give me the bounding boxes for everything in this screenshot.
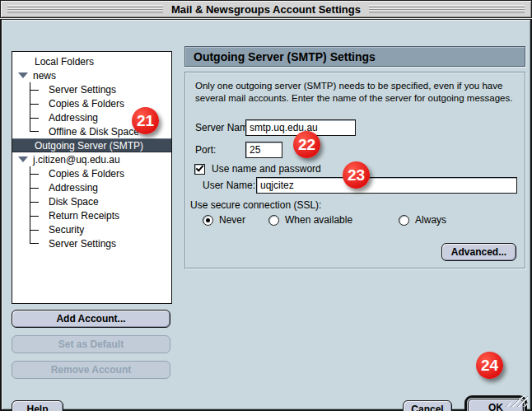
annotation-badge-22: 22 — [293, 131, 320, 158]
tree-connector — [30, 82, 39, 96]
tree-item-outgoing-server-smtp[interactable]: Outgoing Server (SMTP) — [12, 138, 171, 152]
tree-connector — [30, 166, 39, 180]
help-button[interactable]: Help — [12, 400, 63, 411]
annotation-badge-21: 21 — [132, 107, 159, 134]
use-name-password-label: Use name and password — [212, 161, 321, 177]
account-settings-dialog: Mail & Newsgroups Account Settings Local… — [0, 0, 532, 411]
add-account-button[interactable]: Add Account... — [12, 310, 170, 328]
disclosure-triangle-icon[interactable] — [18, 156, 28, 162]
tree-connector — [30, 110, 39, 124]
ssl-option-always[interactable]: Always — [399, 214, 446, 226]
radio-icon[interactable] — [399, 215, 409, 226]
tree-item-acct-security[interactable]: Security — [12, 222, 171, 236]
panel-heading: Outgoing Server (SMTP) Settings — [184, 46, 525, 67]
ssl-label: Use secure connection (SSL): — [190, 197, 321, 213]
tree-connector — [30, 124, 39, 132]
tree-connector — [30, 236, 39, 244]
tree-item-acct-server-settings[interactable]: Server Settings — [12, 236, 171, 250]
remove-account-button: Remove Account — [12, 361, 170, 379]
user-name-input[interactable] — [256, 177, 517, 194]
account-tree: Local Folders news Server Settings Copie… — [12, 51, 172, 304]
tree-item-news[interactable]: news — [12, 68, 171, 82]
panel-heading-text: Outgoing Server (SMTP) Settings — [194, 50, 376, 63]
ssl-option-never[interactable]: Never — [203, 214, 245, 226]
tree-connector — [30, 222, 39, 236]
tree-connector — [30, 180, 39, 194]
tree-item-acct-disk-space[interactable]: Disk Space — [12, 194, 171, 208]
checkmark-icon — [196, 163, 204, 171]
user-name-label: User Name: — [203, 177, 255, 194]
window-titlebar[interactable]: Mail & Newsgroups Account Settings — [0, 0, 532, 18]
tree-item-acct-copies-folders[interactable]: Copies & Folders — [12, 166, 171, 180]
tree-connector — [30, 208, 39, 222]
tree-connector — [30, 96, 39, 110]
port-input[interactable] — [245, 142, 282, 158]
tree-item-news-server-settings[interactable]: Server Settings — [12, 82, 171, 96]
tree-item-acct-addressing[interactable]: Addressing — [12, 180, 171, 194]
ssl-option-when-available[interactable]: When available — [268, 214, 352, 226]
tree-item-acct-return-receipts[interactable]: Return Receipts — [12, 208, 171, 222]
radio-icon[interactable] — [268, 215, 279, 226]
advanced-button[interactable]: Advanced... — [441, 243, 516, 261]
window-title: Mail & Newsgroups Account Settings — [163, 3, 369, 16]
disclosure-triangle-icon[interactable] — [18, 72, 28, 78]
annotation-badge-24: 24 — [476, 352, 503, 379]
annotation-badge-23: 23 — [343, 161, 370, 189]
tree-item-jcitizen-account[interactable]: j.citizen@uq.edu.au — [12, 152, 171, 166]
ssl-radio-group: Never When available Always — [203, 214, 446, 226]
set-as-default-button: Set as Default — [12, 335, 170, 353]
port-label: Port: — [195, 142, 216, 158]
dialog-body: Local Folders news Server Settings Copie… — [0, 19, 532, 411]
tree-item-local-folders[interactable]: Local Folders — [12, 54, 171, 68]
use-name-password-checkbox[interactable] — [194, 164, 205, 175]
radio-selected-icon[interactable] — [203, 215, 213, 226]
cancel-button[interactable]: Cancel — [403, 400, 452, 411]
tree-connector — [30, 194, 39, 208]
description-text: Only one outgoing server (SMTP) needs to… — [195, 80, 523, 105]
